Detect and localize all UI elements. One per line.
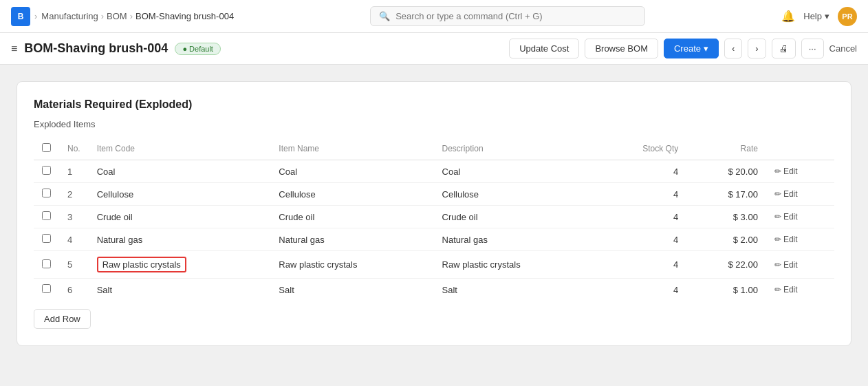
breadcrumb-sep-1: › <box>34 11 37 21</box>
row-item-code: Natural gas <box>89 228 271 251</box>
topbar-right: 🔔 Help ▾ PR <box>781 7 857 26</box>
row-checkbox-cell <box>34 160 59 183</box>
header-actions <box>766 138 834 160</box>
row-description: Cellulose <box>434 183 597 206</box>
table-row: 4 Natural gas Natural gas Natural gas 4 … <box>34 228 834 251</box>
row-edit-cell: ✏ Edit <box>766 160 834 183</box>
search-input[interactable] <box>395 11 636 21</box>
breadcrumb: Manufacturing › BOM › BOM-Shaving brush-… <box>41 11 234 21</box>
help-button[interactable]: Help ▾ <box>803 11 829 21</box>
row-item-name: Crude oil <box>270 206 433 228</box>
table-row: 3 Crude oil Crude oil Crude oil 4 $ 3.00… <box>34 206 834 228</box>
item-code-text: Salt <box>97 285 112 295</box>
edit-link[interactable]: ✏ Edit <box>774 285 826 294</box>
table-header-row: No. Item Code Item Name Description Stoc… <box>34 138 834 160</box>
search-box[interactable]: 🔍 <box>370 6 645 26</box>
header-no: No. <box>59 138 89 160</box>
header-stock-qty: Stock Qty <box>597 138 687 160</box>
create-dropdown-icon: ▾ <box>704 43 708 54</box>
row-checkbox[interactable] <box>42 189 51 197</box>
breadcrumb-current: BOM-Shaving brush-004 <box>135 11 234 21</box>
edit-pencil-icon: ✏ <box>774 167 781 176</box>
edit-link[interactable]: ✏ Edit <box>774 235 826 244</box>
row-checkbox[interactable] <box>42 234 51 243</box>
item-code-text: Coal <box>97 167 116 177</box>
items-table: No. Item Code Item Name Description Stoc… <box>34 138 834 301</box>
row-item-name: Cellulose <box>270 183 433 206</box>
row-checkbox[interactable] <box>42 259 51 268</box>
header-rate: Rate <box>686 138 766 160</box>
breadcrumb-bom[interactable]: BOM <box>107 11 127 21</box>
menu-icon[interactable]: ≡ <box>11 43 17 55</box>
row-stock-qty: 4 <box>597 183 687 206</box>
header-checkbox-col <box>34 138 59 160</box>
edit-pencil-icon: ✏ <box>774 189 781 199</box>
next-button[interactable]: › <box>748 39 766 58</box>
row-item-name: Salt <box>270 279 433 301</box>
row-checkbox-cell <box>34 183 59 206</box>
bell-icon[interactable]: 🔔 <box>781 10 795 23</box>
row-no: 3 <box>59 206 89 228</box>
edit-pencil-icon: ✏ <box>774 235 781 244</box>
row-no: 1 <box>59 160 89 183</box>
app-icon[interactable]: B <box>11 7 30 26</box>
section-subtitle: Exploded Items <box>34 119 834 129</box>
edit-link[interactable]: ✏ Edit <box>774 189 826 199</box>
row-item-code: Cellulose <box>89 183 271 206</box>
row-rate: $ 1.00 <box>686 279 766 301</box>
table-row: 5 Raw plastic crystals Raw plastic cryst… <box>34 251 834 279</box>
row-checkbox[interactable] <box>42 284 51 293</box>
cancel-button[interactable]: Cancel <box>829 43 857 54</box>
edit-label: Edit <box>783 235 798 244</box>
search-icon: 🔍 <box>379 11 390 21</box>
help-label: Help <box>803 11 822 21</box>
edit-link[interactable]: ✏ Edit <box>774 212 826 222</box>
update-cost-button[interactable]: Update Cost <box>509 39 579 58</box>
item-code-text: Cellulose <box>97 189 133 200</box>
topbar: B › Manufacturing › BOM › BOM-Shaving br… <box>0 0 868 33</box>
help-chevron-icon: ▾ <box>825 11 829 21</box>
edit-label: Edit <box>783 285 798 294</box>
create-button[interactable]: Create ▾ <box>664 39 719 58</box>
add-row-button[interactable]: Add Row <box>34 309 91 329</box>
row-stock-qty: 4 <box>597 228 687 251</box>
breadcrumb-sep-2: › <box>101 11 104 21</box>
row-stock-qty: 4 <box>597 251 687 279</box>
select-all-checkbox[interactable] <box>42 143 51 152</box>
row-description: Raw plastic crystals <box>434 251 597 279</box>
row-item-code: Salt <box>89 279 271 301</box>
edit-link[interactable]: ✏ Edit <box>774 167 826 176</box>
table-row: 6 Salt Salt Salt 4 $ 1.00 ✏ Edit <box>34 279 834 301</box>
breadcrumb-manufacturing[interactable]: Manufacturing <box>41 11 98 21</box>
row-checkbox-cell <box>34 228 59 251</box>
edit-pencil-icon: ✏ <box>774 285 781 294</box>
more-button[interactable]: ··· <box>801 39 824 58</box>
print-button[interactable]: 🖨 <box>772 39 796 58</box>
item-code-text: Natural gas <box>97 235 142 245</box>
prev-button[interactable]: ‹ <box>724 39 742 58</box>
row-description: Natural gas <box>434 228 597 251</box>
main-content: Materials Required (Exploded) Exploded I… <box>0 65 868 363</box>
section-title: Materials Required (Exploded) <box>34 98 834 111</box>
create-label: Create <box>674 43 701 54</box>
row-checkbox[interactable] <box>42 211 51 220</box>
row-item-code: Raw plastic crystals <box>89 251 271 279</box>
row-edit-cell: ✏ Edit <box>766 228 834 251</box>
browse-bom-button[interactable]: Browse BOM <box>585 39 658 58</box>
row-checkbox[interactable] <box>42 166 51 175</box>
avatar[interactable]: PR <box>838 7 857 26</box>
row-item-name: Coal <box>270 160 433 183</box>
edit-link[interactable]: ✏ Edit <box>774 260 826 270</box>
row-edit-cell: ✏ Edit <box>766 183 834 206</box>
row-edit-cell: ✏ Edit <box>766 206 834 228</box>
edit-label: Edit <box>783 212 798 222</box>
row-stock-qty: 4 <box>597 206 687 228</box>
row-no: 2 <box>59 183 89 206</box>
header-description: Description <box>434 138 597 160</box>
row-description: Crude oil <box>434 206 597 228</box>
row-rate: $ 22.00 <box>686 251 766 279</box>
row-checkbox-cell <box>34 251 59 279</box>
edit-pencil-icon: ✏ <box>774 212 781 222</box>
breadcrumb-sep-3: › <box>130 11 133 21</box>
table-row: 1 Coal Coal Coal 4 $ 20.00 ✏ Edit <box>34 160 834 183</box>
